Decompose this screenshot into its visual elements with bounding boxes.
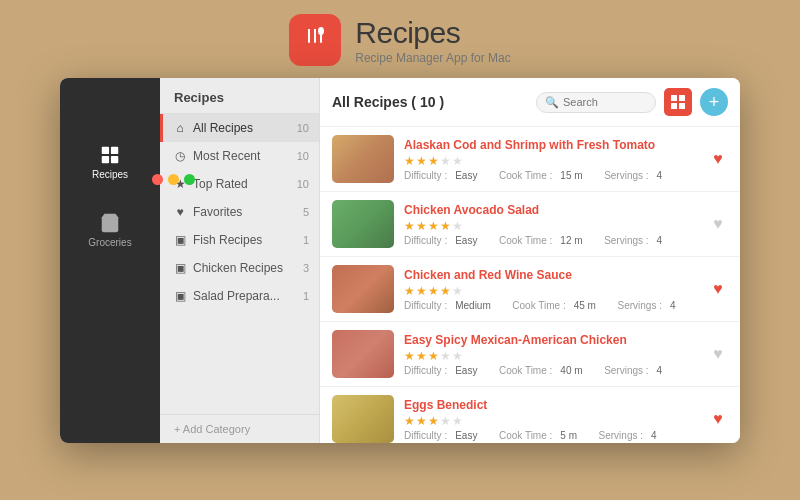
- difficulty-value: Easy: [455, 365, 477, 376]
- filled-star-icon: ★: [428, 414, 439, 428]
- cook-time-value: 45 m: [574, 300, 596, 311]
- folder-icon: ▣: [173, 261, 187, 275]
- category-item-all[interactable]: ⌂All Recipes10: [160, 114, 319, 142]
- recipe-item[interactable]: Easy Spicy Mexican-American Chicken★★★★★…: [320, 322, 740, 387]
- minimize-button[interactable]: [168, 174, 179, 185]
- difficulty-label: Difficulty :: [404, 300, 447, 311]
- recipe-item[interactable]: Chicken and Red Wine Sauce★★★★★Difficult…: [320, 257, 740, 322]
- servings-label: Servings :: [617, 300, 661, 311]
- app-title-block: Recipes Recipe Manager App for Mac: [355, 16, 510, 65]
- servings-value: 4: [657, 365, 663, 376]
- folder-icon: ▣: [173, 233, 187, 247]
- category-item-chicken[interactable]: ▣Chicken Recipes3: [160, 254, 319, 282]
- favorite-button[interactable]: ♥: [708, 409, 728, 429]
- svg-rect-12: [679, 95, 685, 101]
- cook-time-label: Cook Time :: [499, 365, 552, 376]
- heart-empty-icon: ♥: [713, 345, 723, 363]
- difficulty-label: Difficulty :: [404, 365, 447, 376]
- servings-label: Servings :: [604, 235, 648, 246]
- category-label: Salad Prepara...: [193, 289, 280, 303]
- recipe-name: Chicken Avocado Salad: [404, 203, 698, 217]
- svg-rect-8: [102, 156, 109, 163]
- recipe-thumbnail: [332, 200, 394, 248]
- heart-filled-icon: ♥: [713, 150, 723, 168]
- empty-star-icon: ★: [452, 219, 463, 233]
- recipe-meta: Difficulty : Easy Cook Time : 40 m Servi…: [404, 365, 698, 376]
- heart-empty-icon: ♥: [713, 215, 723, 233]
- svg-rect-6: [102, 147, 109, 154]
- cook-time-label: Cook Time :: [499, 235, 552, 246]
- recipe-thumbnail: [332, 135, 394, 183]
- empty-star-icon: ★: [452, 349, 463, 363]
- difficulty-label: Difficulty :: [404, 235, 447, 246]
- category-label: Chicken Recipes: [193, 261, 283, 275]
- filled-star-icon: ★: [404, 349, 415, 363]
- cook-time-label: Cook Time :: [499, 430, 552, 441]
- grid-view-button[interactable]: [664, 88, 692, 116]
- recipe-stars: ★★★★★: [404, 219, 698, 233]
- search-box[interactable]: 🔍: [536, 92, 656, 113]
- recipe-meta: Difficulty : Medium Cook Time : 45 m Ser…: [404, 300, 698, 311]
- add-category-button[interactable]: + Add Category: [160, 414, 319, 443]
- favorite-button[interactable]: ♥: [708, 344, 728, 364]
- servings-label: Servings :: [599, 430, 643, 441]
- recipe-meta: Difficulty : Easy Cook Time : 12 m Servi…: [404, 235, 698, 246]
- sidebar: Recipes Groceries: [60, 78, 160, 443]
- recipe-meta: Difficulty : Easy Cook Time : 5 m Servin…: [404, 430, 698, 441]
- app-title: Recipes: [355, 16, 510, 49]
- category-count: 1: [303, 290, 309, 302]
- category-label: Most Recent: [193, 149, 260, 163]
- recipe-stars: ★★★★★: [404, 154, 698, 168]
- recipe-item[interactable]: Alaskan Cod and Shrimp with Fresh Tomato…: [320, 127, 740, 192]
- favorite-button[interactable]: ♥: [708, 149, 728, 169]
- close-button[interactable]: [152, 174, 163, 185]
- maximize-button[interactable]: [184, 174, 195, 185]
- recipe-thumbnail: [332, 395, 394, 443]
- filled-star-icon: ★: [416, 219, 427, 233]
- category-item-favorites[interactable]: ♥Favorites5: [160, 198, 319, 226]
- difficulty-value: Easy: [455, 170, 477, 181]
- main-header: All Recipes ( 10 ) 🔍 +: [320, 78, 740, 127]
- cook-time-label: Cook Time :: [512, 300, 565, 311]
- favorite-button[interactable]: ♥: [708, 279, 728, 299]
- filled-star-icon: ★: [428, 284, 439, 298]
- sidebar-item-recipes[interactable]: Recipes: [60, 136, 160, 188]
- empty-star-icon: ★: [452, 154, 463, 168]
- filled-star-icon: ★: [428, 349, 439, 363]
- sidebar-item-groceries[interactable]: Groceries: [60, 204, 160, 256]
- main-window: Recipes Groceries Recipes ⌂All Recipes10…: [60, 78, 740, 443]
- svg-rect-11: [671, 95, 677, 101]
- filled-star-icon: ★: [404, 219, 415, 233]
- servings-value: 4: [657, 235, 663, 246]
- recipe-list: Alaskan Cod and Shrimp with Fresh Tomato…: [320, 127, 740, 443]
- category-panel: Recipes ⌂All Recipes10◷Most Recent10★Top…: [160, 78, 320, 443]
- filled-star-icon: ★: [440, 219, 451, 233]
- cook-time-label: Cook Time :: [499, 170, 552, 181]
- sidebar-recipes-label: Recipes: [92, 169, 128, 180]
- empty-star-icon: ★: [452, 284, 463, 298]
- category-label: Fish Recipes: [193, 233, 262, 247]
- servings-value: 4: [651, 430, 657, 441]
- traffic-lights: [152, 174, 195, 185]
- recipe-name: Easy Spicy Mexican-American Chicken: [404, 333, 698, 347]
- category-item-fish[interactable]: ▣Fish Recipes1: [160, 226, 319, 254]
- recipe-thumbnail: [332, 330, 394, 378]
- add-recipe-button[interactable]: +: [700, 88, 728, 116]
- recipe-stars: ★★★★★: [404, 349, 698, 363]
- home-icon: ⌂: [173, 121, 187, 135]
- favorite-button[interactable]: ♥: [708, 214, 728, 234]
- cook-time-value: 5 m: [560, 430, 577, 441]
- category-item-salad[interactable]: ▣Salad Prepara...1: [160, 282, 319, 310]
- difficulty-value: Easy: [455, 430, 477, 441]
- recipe-item[interactable]: Eggs Benedict★★★★★Difficulty : Easy Cook…: [320, 387, 740, 443]
- category-count: 3: [303, 262, 309, 274]
- svg-rect-13: [671, 103, 677, 109]
- svg-rect-1: [308, 29, 310, 35]
- category-label: Top Rated: [193, 177, 248, 191]
- search-input[interactable]: [563, 96, 653, 108]
- filled-star-icon: ★: [428, 219, 439, 233]
- recipe-item[interactable]: Chicken Avocado Salad★★★★★Difficulty : E…: [320, 192, 740, 257]
- cook-time-value: 40 m: [560, 365, 582, 376]
- category-item-recent[interactable]: ◷Most Recent10: [160, 142, 319, 170]
- svg-rect-9: [111, 156, 118, 163]
